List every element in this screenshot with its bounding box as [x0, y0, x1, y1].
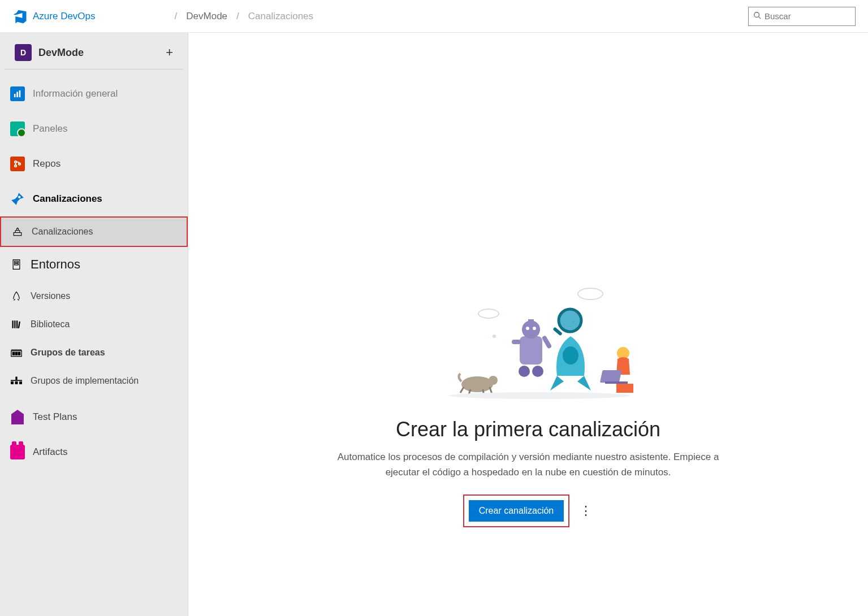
sidebar-subitem-environments[interactable]: Entornos: [0, 247, 188, 282]
svg-point-42: [563, 346, 578, 365]
sidebar-subitem-taskgroups[interactable]: Grupos de tareas: [0, 339, 188, 367]
svg-rect-11: [15, 261, 19, 263]
sidebar-subitem-label: Versiones: [31, 291, 70, 301]
breadcrumb: / DevMode / Canalizaciones: [175, 11, 314, 22]
more-options-icon[interactable]: ⋮: [580, 504, 593, 518]
svg-point-35: [526, 327, 529, 330]
breadcrumb-current: Canalizaciones: [248, 11, 313, 22]
svg-rect-13: [12, 320, 14, 328]
sidebar-item-label: Artifacts: [33, 446, 67, 458]
svg-rect-26: [15, 377, 17, 380]
azure-devops-logo-icon: [12, 8, 28, 24]
environments-icon: [10, 258, 23, 271]
svg-rect-49: [616, 384, 633, 393]
boards-icon: [10, 122, 25, 136]
main-content: Crear la primera canalización Automatice…: [188, 33, 868, 616]
svg-rect-3: [16, 92, 18, 98]
library-icon: [10, 318, 23, 331]
svg-rect-2: [14, 94, 16, 97]
svg-rect-47: [600, 370, 622, 383]
sidebar-subitem-label: Grupos de implementación: [31, 376, 139, 386]
sidebar-subitem-library[interactable]: Biblioteca: [0, 310, 188, 339]
sidebar-item-label: Test Plans: [33, 411, 77, 423]
svg-line-1: [759, 17, 761, 19]
svg-point-0: [754, 12, 759, 18]
sidebar-subitem-pipelines[interactable]: Canalizaciones: [1, 218, 187, 246]
sidebar: D DevMode + Información general Paneles …: [0, 33, 188, 616]
svg-rect-20: [18, 352, 20, 355]
empty-illustration: [409, 280, 647, 404]
empty-state-title: Crear la primera canalización: [330, 418, 726, 441]
project-name: DevMode: [38, 47, 159, 59]
search-input[interactable]: [765, 11, 868, 21]
sidebar-item-artifacts[interactable]: Artifacts: [0, 435, 188, 470]
top-header: Azure DevOps / DevMode / Canalizaciones: [0, 0, 868, 33]
svg-rect-12: [15, 263, 19, 265]
svg-point-27: [578, 288, 603, 300]
sidebar-item-testplans[interactable]: Test Plans: [0, 400, 188, 435]
testplans-icon: [10, 410, 25, 424]
sidebar-subitem-label: Grupos de tareas: [31, 348, 105, 358]
pipelines-icon: [10, 192, 25, 206]
svg-rect-19: [15, 352, 17, 355]
sidebar-item-label: Información general: [33, 88, 118, 99]
svg-point-5: [15, 161, 17, 163]
breadcrumb-separator-icon: /: [175, 11, 178, 22]
build-icon: [11, 225, 24, 238]
svg-rect-14: [14, 320, 15, 328]
svg-rect-39: [542, 335, 552, 349]
overview-icon: [10, 86, 25, 101]
svg-point-32: [489, 376, 498, 385]
project-avatar: D: [15, 44, 32, 61]
search-box[interactable]: [748, 7, 856, 26]
deploygroups-icon: [10, 375, 23, 387]
breadcrumb-project[interactable]: DevMode: [186, 11, 227, 22]
svg-rect-48: [605, 381, 628, 384]
svg-point-36: [533, 327, 536, 330]
svg-point-41: [532, 366, 543, 377]
svg-point-34: [522, 320, 540, 339]
svg-rect-33: [520, 336, 542, 365]
svg-rect-37: [528, 319, 534, 322]
sidebar-subitem-label: Canalizaciones: [32, 227, 93, 237]
svg-rect-15: [16, 320, 18, 328]
svg-point-6: [15, 165, 17, 167]
taskgroups-icon: [10, 346, 23, 359]
sidebar-subitem-label: Entornos: [31, 257, 80, 272]
svg-rect-25: [11, 380, 22, 381]
sidebar-item-repos[interactable]: Repos: [0, 146, 188, 181]
svg-rect-9: [14, 233, 21, 236]
callout-highlight-pipelines-sub: Canalizaciones: [0, 216, 188, 247]
create-pipeline-button[interactable]: Crear canalización: [469, 500, 564, 522]
sidebar-item-pipelines[interactable]: Canalizaciones: [0, 181, 188, 216]
svg-point-31: [461, 376, 493, 392]
svg-point-40: [519, 366, 530, 377]
sidebar-item-label: Canalizaciones: [33, 193, 102, 205]
svg-rect-38: [512, 340, 521, 344]
sidebar-item-overview[interactable]: Información general: [0, 76, 188, 111]
empty-state-description: Automatice los procesos de compilación y…: [330, 449, 726, 480]
sidebar-subitem-label: Biblioteca: [31, 319, 70, 329]
project-selector[interactable]: D DevMode +: [5, 36, 183, 70]
sidebar-item-label: Paneles: [33, 123, 67, 135]
pipelines-submenu: Canalizaciones Entornos Versiones B: [0, 216, 188, 395]
svg-point-29: [493, 335, 496, 338]
svg-rect-18: [12, 352, 14, 355]
svg-rect-22: [11, 381, 14, 384]
sidebar-item-boards[interactable]: Paneles: [0, 111, 188, 146]
svg-rect-24: [19, 381, 22, 384]
svg-rect-4: [19, 90, 21, 97]
search-icon: [753, 11, 761, 21]
add-icon[interactable]: +: [166, 45, 173, 60]
repos-icon: [10, 157, 25, 171]
svg-point-28: [478, 309, 499, 318]
empty-state: Crear la primera canalización Automatice…: [330, 280, 726, 527]
artifacts-icon: [10, 445, 25, 459]
svg-point-8: [18, 196, 20, 198]
brand-link[interactable]: Azure DevOps: [33, 11, 96, 22]
sidebar-subitem-releases[interactable]: Versiones: [0, 282, 188, 310]
sidebar-item-label: Repos: [33, 158, 61, 170]
svg-rect-16: [18, 322, 20, 328]
sidebar-subitem-deploygroups[interactable]: Grupos de implementación: [0, 367, 188, 395]
svg-rect-23: [15, 381, 18, 384]
